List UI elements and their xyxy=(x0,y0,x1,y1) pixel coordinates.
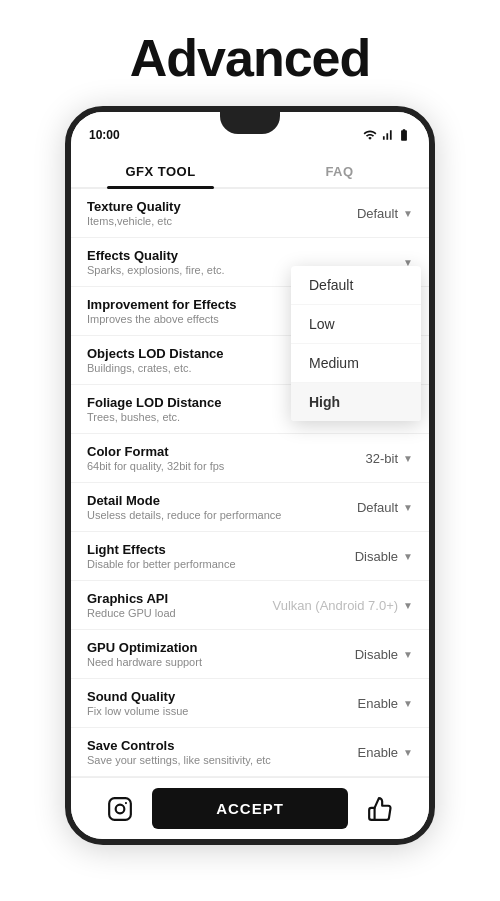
phone-frame: 10:00 GFX TOOL FAQ Tex xyxy=(65,106,435,845)
setting-desc: 64bit for quality, 32bit for fps xyxy=(87,460,343,472)
setting-row-color-format[interactable]: Color Format 64bit for quality, 32bit fo… xyxy=(71,434,429,483)
setting-name: GPU Optimization xyxy=(87,640,343,655)
setting-row-sound-quality[interactable]: Sound Quality Fix low volume issue Enabl… xyxy=(71,679,429,728)
setting-name: Effects Quality xyxy=(87,248,343,263)
svg-rect-0 xyxy=(109,798,131,820)
setting-label-light-effects: Light Effects Disable for better perform… xyxy=(87,542,343,570)
status-time: 10:00 xyxy=(89,128,120,142)
setting-row-effects-quality[interactable]: Effects Quality Sparks, explosions, fire… xyxy=(71,238,429,287)
setting-desc: Disable for better performance xyxy=(87,558,343,570)
accept-button[interactable]: ACCEPT xyxy=(152,788,348,829)
setting-row-texture-quality[interactable]: Texture Quality Items,vehicle, etc Defau… xyxy=(71,189,429,238)
setting-name: Sound Quality xyxy=(87,689,343,704)
chevron-down-icon: ▼ xyxy=(403,208,413,219)
setting-name: Light Effects xyxy=(87,542,343,557)
setting-desc: Fix low volume issue xyxy=(87,705,343,717)
setting-name: Texture Quality xyxy=(87,199,343,214)
tab-gfx-tool[interactable]: GFX TOOL xyxy=(71,152,250,187)
svg-point-1 xyxy=(115,804,124,813)
signal-icon xyxy=(380,128,394,142)
chevron-down-icon: ▼ xyxy=(403,502,413,513)
setting-desc: Reduce GPU load xyxy=(87,607,272,619)
setting-value-graphics-api[interactable]: Vulkan (Android 7.0+) ▼ xyxy=(272,598,413,613)
battery-icon xyxy=(397,128,411,142)
status-icons xyxy=(363,128,411,142)
instagram-icon[interactable] xyxy=(87,796,152,822)
setting-label-detail-mode: Detail Mode Useless details, reduce for … xyxy=(87,493,343,521)
wifi-icon xyxy=(363,128,377,142)
setting-name: Graphics API xyxy=(87,591,272,606)
dropdown-item-low[interactable]: Low xyxy=(291,305,421,344)
setting-label-texture-quality: Texture Quality Items,vehicle, etc xyxy=(87,199,343,227)
setting-desc: Save your settings, like sensitivity, et… xyxy=(87,754,343,766)
chevron-down-icon: ▼ xyxy=(403,453,413,464)
page-title: Advanced xyxy=(130,28,371,88)
svg-point-2 xyxy=(124,801,126,803)
tab-faq[interactable]: FAQ xyxy=(250,152,429,187)
chevron-down-icon: ▼ xyxy=(403,551,413,562)
setting-name: Detail Mode xyxy=(87,493,343,508)
setting-row-gpu-optimization[interactable]: GPU Optimization Need hardware support D… xyxy=(71,630,429,679)
setting-label-sound-quality: Sound Quality Fix low volume issue xyxy=(87,689,343,717)
status-bar: 10:00 xyxy=(71,112,429,152)
setting-row-light-effects[interactable]: Light Effects Disable for better perform… xyxy=(71,532,429,581)
setting-value-color-format[interactable]: 32-bit ▼ xyxy=(343,451,413,466)
setting-name: Save Controls xyxy=(87,738,343,753)
setting-value-texture-quality[interactable]: Default ▼ xyxy=(343,206,413,221)
setting-label-graphics-api: Graphics API Reduce GPU load xyxy=(87,591,272,619)
notch xyxy=(220,112,280,134)
setting-value-save-controls[interactable]: Enable ▼ xyxy=(343,745,413,760)
setting-label-color-format: Color Format 64bit for quality, 32bit fo… xyxy=(87,444,343,472)
dropdown-item-medium[interactable]: Medium xyxy=(291,344,421,383)
setting-label-save-controls: Save Controls Save your settings, like s… xyxy=(87,738,343,766)
chevron-down-icon: ▼ xyxy=(403,649,413,660)
setting-desc: Useless details, reduce for performance xyxy=(87,509,343,521)
setting-name: Color Format xyxy=(87,444,343,459)
setting-label-gpu-optimization: GPU Optimization Need hardware support xyxy=(87,640,343,668)
settings-list: Texture Quality Items,vehicle, etc Defau… xyxy=(71,189,429,777)
setting-value-light-effects[interactable]: Disable ▼ xyxy=(343,549,413,564)
setting-row-save-controls[interactable]: Save Controls Save your settings, like s… xyxy=(71,728,429,777)
chevron-down-icon: ▼ xyxy=(403,600,413,611)
tabs: GFX TOOL FAQ xyxy=(71,152,429,189)
setting-desc: Items,vehicle, etc xyxy=(87,215,343,227)
setting-value-detail-mode[interactable]: Default ▼ xyxy=(343,500,413,515)
bottom-bar: ACCEPT xyxy=(71,777,429,839)
setting-desc: Need hardware support xyxy=(87,656,343,668)
chevron-down-icon: ▼ xyxy=(403,698,413,709)
dropdown-popup: Default Low Medium High xyxy=(291,266,421,421)
setting-row-detail-mode[interactable]: Detail Mode Useless details, reduce for … xyxy=(71,483,429,532)
setting-value-gpu-optimization[interactable]: Disable ▼ xyxy=(343,647,413,662)
chevron-down-icon: ▼ xyxy=(403,747,413,758)
dropdown-item-default[interactable]: Default xyxy=(291,266,421,305)
like-icon[interactable] xyxy=(348,796,413,822)
dropdown-item-high[interactable]: High xyxy=(291,383,421,421)
setting-value-sound-quality[interactable]: Enable ▼ xyxy=(343,696,413,711)
setting-row-graphics-api[interactable]: Graphics API Reduce GPU load Vulkan (And… xyxy=(71,581,429,630)
